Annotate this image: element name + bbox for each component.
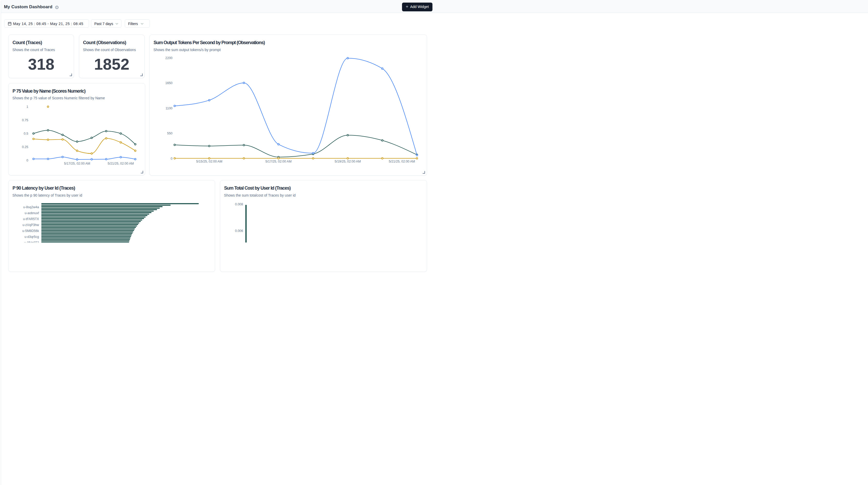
svg-text:u-zVqP3hw: u-zVqP3hw [23,223,39,227]
svg-text:5/21/25, 02:00 AM: 5/21/25, 02:00 AM [389,160,415,163]
svg-text:u-tFAR5TX: u-tFAR5TX [23,217,39,221]
svg-text:u-aobnuxf: u-aobnuxf [25,211,39,215]
svg-text:u-5M8D56k: u-5M8D56k [23,229,39,233]
svg-text:0.008: 0.008 [235,203,243,206]
svg-text:2200: 2200 [165,56,173,60]
svg-text:0.006: 0.006 [235,229,243,233]
svg-text:u-d3qr5cg: u-d3qr5cg [25,235,39,239]
svg-text:5/17/25, 02:00 AM: 5/17/25, 02:00 AM [265,160,291,163]
svg-text:u-8fVa9T3: u-8fVa9T3 [24,241,39,243]
svg-text:1100: 1100 [165,107,173,110]
svg-text:0.5: 0.5 [24,132,28,135]
svg-text:1650: 1650 [165,82,173,85]
svg-text:0.75: 0.75 [22,118,28,122]
svg-text:0: 0 [27,159,28,162]
svg-text:5/21/25, 02:00 AM: 5/21/25, 02:00 AM [108,162,134,165]
svg-text:5/17/25, 02:00 AM: 5/17/25, 02:00 AM [64,162,90,165]
svg-text:0: 0 [171,157,173,160]
svg-text:1: 1 [27,105,28,109]
svg-text:u-8sq2w4a: u-8sq2w4a [23,205,39,209]
svg-text:5/19/25, 02:00 AM: 5/19/25, 02:00 AM [335,160,361,163]
svg-text:550: 550 [167,131,173,135]
svg-text:5/15/25, 02:00 AM: 5/15/25, 02:00 AM [196,160,222,163]
svg-text:0.25: 0.25 [22,145,28,149]
